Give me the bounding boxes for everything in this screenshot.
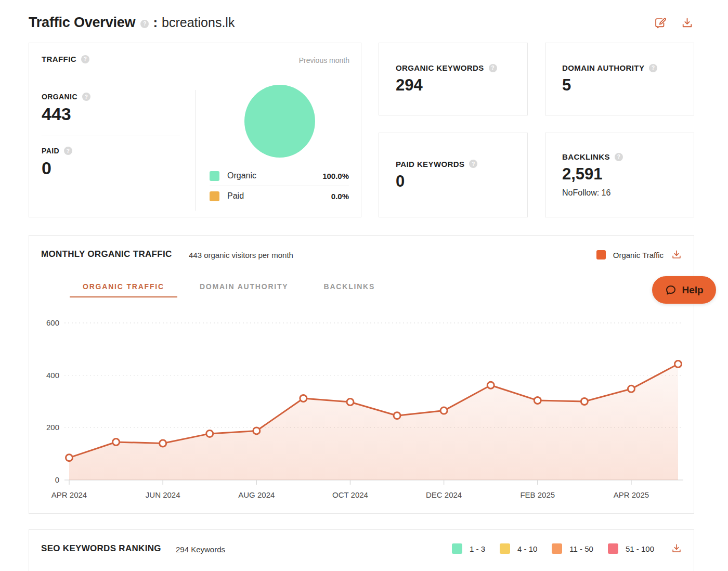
organic-keywords-card: ORGANIC KEYWORDS ? 294 [379,43,528,115]
domain-authority-label: DOMAIN AUTHORITY ? [562,63,694,72]
traffic-pie-chart [244,85,315,158]
paid-keywords-card: PAID KEYWORDS ? 0 [379,133,528,217]
svg-text:400: 400 [46,371,59,380]
help-circle-icon[interactable]: ? [469,160,477,168]
edit-report-icon[interactable] [654,17,667,30]
svg-text:FEB 2025: FEB 2025 [520,490,555,499]
page-header: Traffic Overview ? : bcreations.lk [29,15,235,31]
svg-text:OCT 2024: OCT 2024 [332,490,368,499]
help-circle-icon[interactable]: ? [64,147,72,155]
traffic-card-title: TRAFFIC ? [42,55,89,63]
nofollow-count: NoFollow: 16 [562,188,694,198]
organic-swatch [210,171,219,181]
seo-ranking-legend: 1 - 3 4 - 10 11 - 50 51 - 100 [452,543,682,554]
organic-traffic-line-chart: 0200400600APR 2024JUN 2024AUG 2024OCT 20… [29,236,695,514]
paid-traffic-value: 0 [42,158,51,178]
paid-keywords-value: 0 [396,172,527,191]
backlinks-card: BACKLINKS ? 2,591 NoFollow: 16 [545,133,694,217]
traffic-card: TRAFFIC ? Previous month ORGANIC ? 443 P… [29,43,361,217]
rank-11-50-swatch [552,543,562,554]
legend-item-51-100: 51 - 100 [608,543,654,554]
legend-item-4-10: 4 - 10 [500,543,537,554]
chat-bubble-icon [665,284,677,296]
svg-text:600: 600 [46,318,59,327]
organic-traffic-label: ORGANIC ? [42,93,90,101]
svg-text:APR 2024: APR 2024 [51,490,87,499]
title-separator: : [153,15,158,31]
help-circle-icon[interactable]: ? [81,55,89,63]
organic-keywords-label: ORGANIC KEYWORDS ? [396,63,527,72]
legend-item-11-50: 11 - 50 [552,543,593,554]
traffic-period-label: Previous month [299,56,349,64]
svg-text:APR 2025: APR 2025 [614,490,649,499]
svg-text:DEC 2024: DEC 2024 [426,490,462,499]
paid-percent: 0.0% [331,192,349,201]
help-button[interactable]: Help [652,276,716,304]
monthly-organic-traffic-card: MONTHLY ORGANIC TRAFFIC 443 organic visi… [29,235,694,514]
rank-51-100-swatch [608,543,618,554]
pie-legend-row-paid: Paid 0.0% [210,186,349,206]
rank-4-10-swatch [500,543,510,554]
svg-text:200: 200 [46,423,59,432]
help-circle-icon[interactable]: ? [140,20,149,28]
organic-keywords-value: 294 [396,76,527,95]
seo-ranking-subtitle: 294 Keywords [176,545,225,554]
divider [42,136,180,136]
backlinks-value: 2,591 [562,165,694,184]
paid-traffic-label: PAID ? [42,147,72,155]
svg-text:JUN 2024: JUN 2024 [146,490,180,499]
help-circle-icon[interactable]: ? [82,93,90,101]
backlinks-label: BACKLINKS ? [562,152,694,161]
help-circle-icon[interactable]: ? [649,64,657,72]
seo-ranking-title: SEO KEYWORDS RANKING [41,543,161,554]
header-actions [654,17,694,30]
traffic-overview-page: Traffic Overview ? : bcreations.lk TRAFF… [0,0,728,571]
organic-percent: 100.0% [322,172,349,180]
paid-keywords-label: PAID KEYWORDS ? [396,160,527,168]
vertical-divider [196,90,196,211]
pie-legend-row-organic: Organic 100.0% [210,166,349,186]
organic-traffic-value: 443 [42,104,71,124]
help-circle-icon[interactable]: ? [615,153,623,161]
page-title: Traffic Overview [29,15,135,31]
domain-authority-value: 5 [562,76,694,95]
legend-item-1-3: 1 - 3 [452,543,485,554]
seo-keywords-ranking-card: SEO KEYWORDS RANKING 294 Keywords 1 - 3 … [29,529,694,571]
rank-1-3-swatch [452,543,462,554]
paid-swatch [210,191,219,201]
download-icon[interactable] [671,543,682,554]
pie-legend: Organic 100.0% Paid 0.0% [210,166,349,206]
download-icon[interactable] [681,17,694,30]
domain-name: bcreations.lk [162,15,235,30]
help-button-label: Help [682,284,703,296]
svg-text:0: 0 [55,475,59,484]
svg-text:AUG 2024: AUG 2024 [238,490,275,499]
domain-authority-card: DOMAIN AUTHORITY ? 5 [545,43,694,115]
help-circle-icon[interactable]: ? [489,64,497,72]
